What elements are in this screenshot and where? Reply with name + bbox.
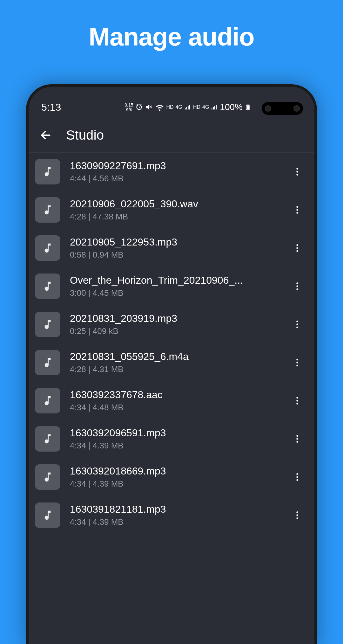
more-vert-icon [292, 281, 302, 291]
music-note-icon [42, 471, 54, 483]
svg-point-2 [296, 168, 298, 170]
audio-thumbnail [35, 235, 60, 261]
app-bar: Studio [29, 118, 314, 153]
more-options-button[interactable] [290, 202, 305, 218]
svg-point-4 [296, 174, 298, 176]
audio-filename: 1630392096591.mp3 [70, 427, 280, 439]
svg-point-30 [296, 514, 298, 516]
audio-meta: 0:58 | 0.94 MB [70, 250, 280, 260]
audio-filename: 20210831_203919.mp3 [70, 313, 280, 324]
more-options-button[interactable] [290, 279, 305, 294]
page-title: Studio [66, 128, 104, 143]
signal-icon [184, 104, 191, 111]
svg-point-11 [296, 282, 298, 284]
svg-point-18 [296, 362, 298, 363]
audio-item[interactable]: 1630392096591.mp34:34 | 4.39 MB [29, 420, 314, 458]
audio-item[interactable]: 1630391821181.mp34:34 | 4.39 MB [29, 496, 314, 534]
audio-info: 20210905_122953.mp30:58 | 0.94 MB [70, 236, 280, 260]
music-note-icon [42, 204, 54, 216]
network-4g-label: 4G [202, 105, 209, 110]
svg-point-22 [296, 403, 298, 405]
signal-icon [211, 104, 218, 111]
audio-filename: 1630392337678.aac [70, 389, 280, 401]
audio-filename: 1630391821181.mp3 [70, 503, 280, 515]
svg-point-9 [296, 247, 298, 249]
audio-meta: 4:34 | 4.39 MB [70, 441, 280, 451]
svg-point-17 [296, 359, 298, 360]
more-options-button[interactable] [290, 240, 305, 256]
music-note-icon [42, 395, 54, 407]
phone-frame: 5:13 0.15 K/s HD 4G [26, 84, 317, 644]
camera-lens [293, 105, 300, 112]
audio-filename: 1630392018669.mp3 [70, 465, 280, 477]
svg-point-13 [296, 288, 298, 290]
audio-info: 1630392337678.aac4:34 | 4.48 MB [70, 389, 280, 412]
audio-meta: 4:44 | 4.56 MB [70, 174, 280, 184]
audio-info: 20210831_203919.mp30:25 | 409 kB [70, 313, 280, 336]
audio-item[interactable]: 1630392018669.mp34:34 | 4.39 MB [29, 458, 314, 496]
more-options-button[interactable] [290, 431, 305, 447]
audio-thumbnail [35, 388, 60, 413]
network-4g-label: 4G [176, 105, 182, 110]
audio-item[interactable]: 1630909227691.mp34:44 | 4.56 MB [29, 153, 314, 191]
arrow-left-icon [40, 129, 52, 141]
audio-filename: 20210905_122953.mp3 [70, 236, 280, 248]
more-vert-icon [292, 472, 302, 482]
music-note-icon [42, 509, 54, 521]
more-options-button[interactable] [290, 508, 305, 523]
more-options-button[interactable] [290, 317, 305, 332]
status-time: 5:13 [41, 101, 61, 113]
svg-point-31 [296, 517, 298, 519]
hd-badge: HD [193, 105, 200, 110]
music-note-icon [42, 357, 54, 369]
audio-item[interactable]: 20210831_203919.mp30:25 | 409 kB [29, 305, 314, 343]
more-vert-icon [292, 243, 302, 253]
battery-icon [245, 102, 251, 112]
audio-list: 1630909227691.mp34:44 | 4.56 MB20210906_… [29, 153, 314, 534]
svg-point-24 [296, 438, 298, 440]
audio-item[interactable]: Over_the_Horizon_Trim_20210906_...3:00 |… [29, 267, 314, 305]
back-button[interactable] [38, 128, 53, 143]
svg-point-20 [296, 397, 298, 398]
more-vert-icon [292, 510, 302, 520]
audio-meta: 4:34 | 4.39 MB [70, 517, 280, 527]
music-note-icon [42, 318, 54, 330]
audio-meta: 4:28 | 4.31 MB [70, 364, 280, 374]
battery-percent: 100% [220, 102, 243, 112]
audio-info: 1630392096591.mp34:34 | 4.39 MB [70, 427, 280, 451]
svg-point-27 [296, 476, 298, 478]
audio-meta: 4:34 | 4.39 MB [70, 479, 280, 489]
svg-point-8 [296, 244, 298, 246]
audio-thumbnail [35, 197, 60, 223]
audio-thumbnail [35, 159, 60, 184]
promo-title: Manage audio [0, 0, 343, 52]
svg-point-12 [296, 285, 298, 287]
audio-filename: 1630909227691.mp3 [70, 160, 280, 172]
audio-info: 1630392018669.mp34:34 | 4.39 MB [70, 465, 280, 489]
more-options-button[interactable] [290, 469, 305, 485]
camera-lens [265, 105, 271, 112]
audio-info: 20210831_055925_6.m4a4:28 | 4.31 MB [70, 351, 280, 374]
more-options-button[interactable] [290, 355, 305, 370]
audio-item[interactable]: 20210906_022005_390.wav4:28 | 47.38 MB [29, 191, 314, 229]
audio-item[interactable]: 1630392337678.aac4:34 | 4.48 MB [29, 382, 314, 420]
audio-item[interactable]: 20210905_122953.mp30:58 | 0.94 MB [29, 229, 314, 267]
audio-filename: 20210906_022005_390.wav [70, 198, 280, 210]
more-options-button[interactable] [290, 164, 305, 179]
svg-point-26 [296, 473, 298, 475]
svg-point-21 [296, 400, 298, 401]
audio-info: 1630909227691.mp34:44 | 4.56 MB [70, 160, 280, 184]
audio-meta: 3:00 | 4.45 MB [70, 288, 280, 298]
more-vert-icon [292, 357, 302, 368]
hd-badge: HD [166, 105, 173, 110]
more-vert-icon [292, 167, 302, 177]
audio-item[interactable]: 20210831_055925_6.m4a4:28 | 4.31 MB [29, 343, 314, 382]
svg-point-5 [296, 206, 298, 208]
more-options-button[interactable] [290, 393, 305, 408]
svg-point-25 [296, 441, 298, 443]
music-note-icon [42, 433, 54, 445]
camera-cutout [262, 102, 303, 115]
svg-point-7 [296, 212, 298, 214]
more-vert-icon [292, 319, 302, 329]
mute-icon [145, 103, 153, 111]
